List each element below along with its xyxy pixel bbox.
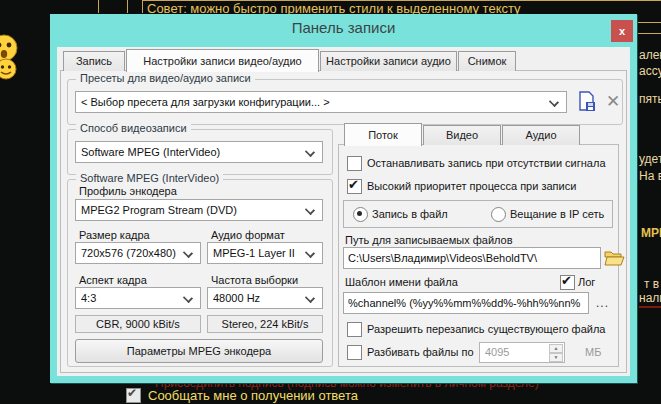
ip-broadcast-label: Вещание в IP сеть (510, 208, 604, 220)
record-path-label: Путь для записываемых файлов (345, 234, 513, 246)
frame-size-select[interactable]: 720x576 (720x480) (75, 242, 201, 264)
split-size-spinner[interactable]: 4095 ▲ ▼ (479, 342, 565, 363)
encoder-group-title: Software MPEG (InterVideo) (76, 172, 223, 184)
audio-format-value: MPEG-1 Layer II (213, 247, 295, 259)
audio-format-select[interactable]: MPEG-1 Layer II (207, 242, 323, 264)
notify-reply-row: Сообщать мне о получении ответа (126, 388, 358, 403)
frame-size-label: Размер кадра (79, 229, 150, 241)
clipped-link-fragment[interactable]: налк (639, 291, 661, 308)
chevron-down-icon (549, 97, 559, 107)
save-preset-icon[interactable] (577, 91, 597, 112)
spin-down-icon[interactable]: ▼ (549, 353, 563, 362)
forum-cell-border (98, 0, 99, 13)
forum-cell-border (127, 0, 128, 13)
chevron-down-icon (305, 248, 315, 258)
dialog-title: Панель записи (50, 19, 637, 36)
forum-divider-line (637, 33, 661, 34)
split-size-value: 4095 (485, 346, 509, 358)
video-audio-settings-page: Пресеты для видео/аудио записи < Выбор п… (60, 70, 627, 373)
stop-no-signal-label: Останавливать запись при отсутствии сигн… (367, 157, 606, 169)
main-tabs: Запись Настройки записи видео/аудио Наст… (63, 48, 517, 71)
folder-open-icon[interactable] (604, 249, 625, 267)
split-size-unit-label: МБ (585, 346, 601, 358)
audio-bitrate-readout: Stereo, 224 kBit/s (207, 315, 323, 333)
high-priority-checkbox[interactable] (347, 179, 362, 194)
split-files-checkbox[interactable] (347, 345, 362, 360)
close-button[interactable]: x (611, 20, 633, 42)
sample-rate-label: Частота выборки (211, 274, 298, 286)
tab-audio-settings[interactable]: Настройки записи аудио (320, 51, 457, 71)
record-method-title: Способ видеозаписи (76, 122, 191, 134)
preset-select-value: < Выбор пресета для загрузки конфигураци… (81, 96, 330, 108)
encoder-profile-label: Профиль энкодера (79, 185, 177, 197)
spinner-buttons: ▲ ▼ (549, 344, 563, 361)
recording-panel-dialog: Панель записи x Запись Настройки записи … (50, 14, 637, 383)
record-path-input[interactable]: C:\Users\Владимир\Videos\BeholdTV\ (343, 247, 601, 269)
forum-box-border-left (142, 0, 143, 13)
delete-preset-icon[interactable]: ✕ (606, 93, 620, 110)
clipped-text-fragment: На в (639, 169, 661, 183)
aspect-label: Аспект кадра (79, 274, 147, 286)
log-checkbox[interactable] (560, 275, 575, 290)
filename-template-label: Шаблон имени файла (345, 276, 458, 288)
high-priority-label: Высокий приоритет процесса при записи (367, 180, 576, 192)
forum-box-border-bottom (637, 22, 661, 23)
tab-audio[interactable]: Аудио (502, 125, 580, 145)
smiley-face-icon[interactable] (0, 57, 18, 81)
clipped-text-fragment: т в (644, 277, 659, 291)
stream-tabs: Поток Видео Аудио (344, 122, 581, 145)
browse-template-button[interactable]: ... (596, 296, 609, 310)
clipped-text-fragment: удет (639, 152, 661, 166)
mpeg-params-button[interactable]: Параметры MPEG энкодера (75, 339, 323, 363)
ip-broadcast-radio[interactable] (491, 207, 506, 222)
aspect-select[interactable]: 4:3 (75, 287, 201, 309)
stop-no-signal-checkbox[interactable] (347, 156, 362, 171)
tab-video-audio-settings[interactable]: Настройки записи видео/аудио (126, 49, 319, 72)
overwrite-checkbox[interactable] (347, 322, 362, 337)
video-bitrate-readout: CBR, 9000 kBit/s (75, 315, 201, 333)
clipped-text-fragment: MPE (641, 226, 661, 240)
tab-stream[interactable]: Поток (344, 123, 422, 146)
record-to-file-radio[interactable] (353, 207, 368, 222)
presets-group-title: Пресеты для видео/аудио записи (76, 72, 255, 84)
chevron-down-icon (305, 147, 315, 157)
log-label: Лог (578, 276, 595, 288)
spin-up-icon[interactable]: ▲ (549, 344, 563, 353)
clipped-text-fragment: ален (639, 48, 661, 62)
preset-select[interactable]: < Выбор пресета для загрузки конфигураци… (75, 91, 567, 113)
filename-template-input[interactable]: %channel% (%yy%%mm%%dd%-%hh%%nn% (343, 292, 589, 314)
encoder-profile-value: MPEG2 Program Stream (DVD) (81, 204, 237, 216)
record-method-value: Software MPEG (InterVideo) (81, 146, 220, 158)
screen: Совет: можно быстро применить стили к вы… (0, 0, 661, 404)
sample-rate-select[interactable]: 48000 Hz (207, 287, 323, 309)
clipped-text-fragment: ассу (639, 64, 661, 78)
audio-format-label: Аудио формат (211, 229, 285, 241)
tab-zapis[interactable]: Запись (63, 51, 125, 71)
dialog-body: Запись Настройки записи видео/аудио Наст… (57, 47, 630, 376)
frame-size-value: 720x576 (720x480) (81, 247, 176, 259)
notify-reply-label: Сообщать мне о получении ответа (148, 388, 358, 403)
tab-snapshot[interactable]: Снимок (458, 51, 516, 71)
overwrite-label: Разрешить перезапись существующего файла (367, 323, 605, 335)
aspect-value: 4:3 (81, 292, 96, 304)
record-to-file-label: Запись в файл (372, 208, 448, 220)
sample-rate-value: 48000 Hz (213, 292, 260, 304)
encoder-profile-select[interactable]: MPEG2 Program Stream (DVD) (75, 199, 323, 221)
chevron-down-icon (183, 293, 193, 303)
chevron-down-icon (305, 293, 315, 303)
split-files-label: Разбивать файлы по (367, 346, 474, 358)
notify-reply-checkbox[interactable] (126, 388, 141, 403)
tab-video[interactable]: Видео (423, 125, 501, 145)
record-method-select[interactable]: Software MPEG (InterVideo) (75, 141, 323, 163)
chevron-down-icon (305, 205, 315, 215)
stream-page: Останавливать запись при отсутствии сигн… (338, 144, 619, 367)
chevron-down-icon (183, 248, 193, 258)
clipped-text-fragment: пять (639, 92, 661, 106)
